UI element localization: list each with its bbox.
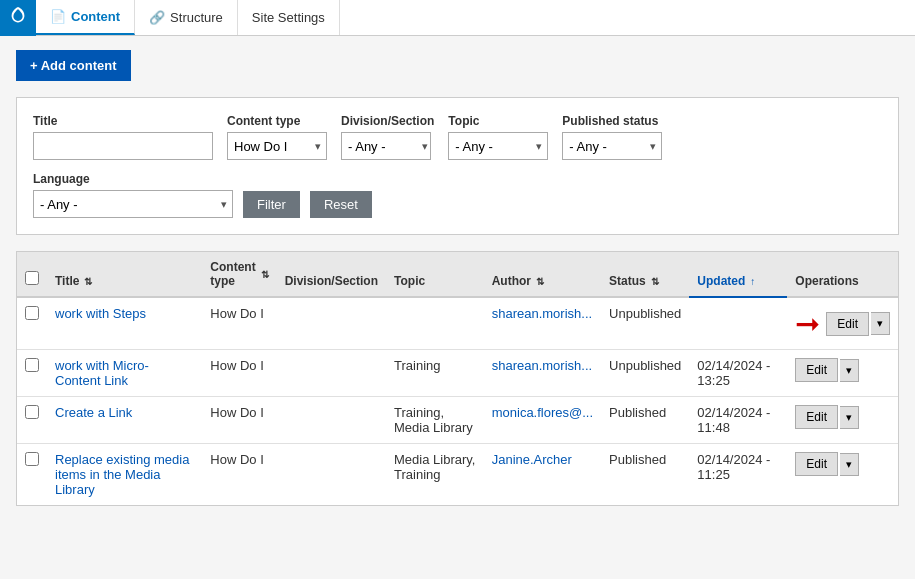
row-author-cell: monica.flores@... (484, 397, 601, 444)
table-row: work with StepsHow Do Isharean.morish...… (17, 297, 898, 350)
row-title-link[interactable]: work with Steps (55, 306, 146, 321)
nav-tab-structure[interactable]: 🔗 Structure (135, 0, 238, 35)
edit-button[interactable]: Edit (826, 312, 869, 336)
row-content-type-cell: How Do I (202, 350, 276, 397)
topic-select[interactable]: - Any - (448, 132, 548, 160)
nav-tab-site-settings[interactable]: Site Settings (238, 0, 340, 35)
row-checkbox-cell (17, 297, 47, 350)
content-area: + Add content Title Content type How Do … (0, 36, 915, 579)
row-title-cell: work with Micro-Content Link (47, 350, 202, 397)
row-title-link[interactable]: Replace existing media items in the Medi… (55, 452, 189, 497)
row-title-cell: Create a Link (47, 397, 202, 444)
th-content-type: Contenttype ⇅ (202, 252, 276, 297)
row-status-cell: Unpublished (601, 350, 689, 397)
row-title-link[interactable]: work with Micro-Content Link (55, 358, 149, 388)
updated-sort-icon[interactable]: ↑ (750, 276, 755, 287)
row-author-cell: Janine.Archer (484, 444, 601, 506)
language-select[interactable]: - Any - (33, 190, 233, 218)
row-author-link[interactable]: sharean.morish... (492, 358, 592, 373)
table-row: work with Micro-Content LinkHow Do ITrai… (17, 350, 898, 397)
row-checkbox-cell (17, 444, 47, 506)
row-operations-cell: Edit▾ (787, 397, 898, 444)
row-updated-cell: 02/14/2024 - 13:25 (689, 350, 787, 397)
title-label: Title (33, 114, 213, 128)
content-table: Title ⇅ Contenttype ⇅ Division/Section (17, 252, 898, 505)
row-division-section-cell (277, 297, 386, 350)
nav-tabs: 📄 Content 🔗 Structure Site Settings (36, 0, 340, 35)
select-all-checkbox[interactable] (25, 271, 39, 285)
row-checkbox[interactable] (25, 452, 39, 466)
author-sort-icon[interactable]: ⇅ (536, 276, 544, 287)
filter-box: Title Content type How Do I - Any - Divi… (16, 97, 899, 235)
topic-select-wrap: - Any - (448, 132, 548, 160)
row-content-type-cell: How Do I (202, 444, 276, 506)
row-author-cell: sharean.morish... (484, 350, 601, 397)
th-updated: Updated ↑ (689, 252, 787, 297)
published-status-select-wrap: - Any - (562, 132, 662, 160)
division-section-select[interactable]: - Any - (341, 132, 431, 160)
row-updated-cell (689, 297, 787, 350)
row-operations-cell: Edit▾ (787, 444, 898, 506)
filter-button[interactable]: Filter (243, 191, 300, 218)
row-division-section-cell (277, 397, 386, 444)
content-type-sort-icon[interactable]: ⇅ (261, 269, 269, 280)
edit-button[interactable]: Edit (795, 405, 838, 429)
content-type-select[interactable]: How Do I - Any - (227, 132, 327, 160)
row-topic-cell: Training (386, 350, 484, 397)
title-sort-icon[interactable]: ⇅ (84, 276, 92, 287)
row-checkbox[interactable] (25, 405, 39, 419)
row-operations-cell: ➞Edit▾ (787, 297, 898, 350)
title-input[interactable] (33, 132, 213, 160)
table-header-row: Title ⇅ Contenttype ⇅ Division/Section (17, 252, 898, 297)
row-updated-cell: 02/14/2024 - 11:48 (689, 397, 787, 444)
edit-button[interactable]: Edit (795, 358, 838, 382)
language-select-wrap: - Any - (33, 190, 233, 218)
th-title: Title ⇅ (47, 252, 202, 297)
content-table-wrap: Title ⇅ Contenttype ⇅ Division/Section (16, 251, 899, 506)
row-title-cell: Replace existing media items in the Medi… (47, 444, 202, 506)
row-author-link[interactable]: Janine.Archer (492, 452, 572, 467)
row-content-type-cell: How Do I (202, 397, 276, 444)
row-checkbox[interactable] (25, 358, 39, 372)
filter-row-1: Title Content type How Do I - Any - Divi… (33, 114, 882, 160)
structure-icon: 🔗 (149, 10, 165, 25)
drupal-logo (0, 0, 36, 36)
file-icon: 📄 (50, 9, 66, 24)
row-topic-cell: Training, Media Library (386, 397, 484, 444)
add-content-button[interactable]: + Add content (16, 50, 131, 81)
th-operations: Operations (787, 252, 898, 297)
row-author-link[interactable]: sharean.morish... (492, 306, 592, 321)
edit-dropdown-button[interactable]: ▾ (840, 406, 859, 429)
row-division-section-cell (277, 350, 386, 397)
title-filter-field: Title (33, 114, 213, 160)
nav-tab-content[interactable]: 📄 Content (36, 0, 135, 35)
row-title-cell: work with Steps (47, 297, 202, 350)
th-status: Status ⇅ (601, 252, 689, 297)
red-arrow-icon: ➞ (795, 306, 820, 341)
edit-dropdown-button[interactable]: ▾ (871, 312, 890, 335)
language-field: Language - Any - (33, 172, 233, 218)
row-status-cell: Unpublished (601, 297, 689, 350)
content-type-label: Content type (227, 114, 327, 128)
reset-button[interactable]: Reset (310, 191, 372, 218)
th-checkbox (17, 252, 47, 297)
row-division-section-cell (277, 444, 386, 506)
top-navigation: 📄 Content 🔗 Structure Site Settings (0, 0, 915, 36)
row-topic-cell: Media Library, Training (386, 444, 484, 506)
edit-button[interactable]: Edit (795, 452, 838, 476)
published-status-select[interactable]: - Any - (562, 132, 662, 160)
row-author-link[interactable]: monica.flores@... (492, 405, 593, 420)
division-section-label: Division/Section (341, 114, 434, 128)
row-title-link[interactable]: Create a Link (55, 405, 132, 420)
row-operations-cell: Edit▾ (787, 350, 898, 397)
row-checkbox[interactable] (25, 306, 39, 320)
edit-dropdown-button[interactable]: ▾ (840, 359, 859, 382)
th-author: Author ⇅ (484, 252, 601, 297)
edit-dropdown-button[interactable]: ▾ (840, 453, 859, 476)
th-division-section: Division/Section (277, 252, 386, 297)
topic-label: Topic (448, 114, 548, 128)
table-row: Create a LinkHow Do ITraining, Media Lib… (17, 397, 898, 444)
row-updated-cell: 02/14/2024 - 11:25 (689, 444, 787, 506)
row-checkbox-cell (17, 350, 47, 397)
status-sort-icon[interactable]: ⇅ (651, 276, 659, 287)
